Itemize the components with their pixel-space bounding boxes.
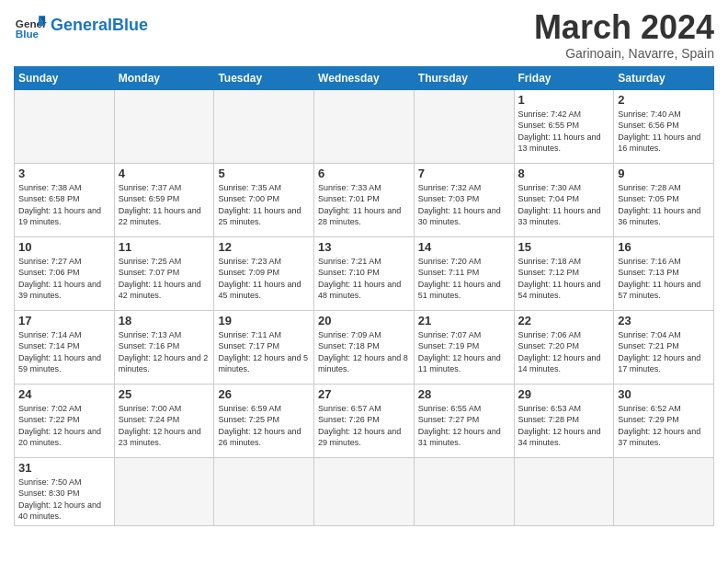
day-number: 4 [119, 167, 210, 180]
calendar-week-row: 17Sunrise: 7:14 AM Sunset: 7:14 PM Dayli… [15, 310, 714, 384]
day-info: Sunrise: 7:11 AM Sunset: 7:17 PM Dayligh… [218, 329, 310, 375]
calendar-day-cell [314, 457, 415, 525]
calendar-day-cell: 13Sunrise: 7:21 AM Sunset: 7:10 PM Dayli… [314, 236, 415, 310]
svg-text:Blue: Blue [16, 28, 40, 40]
day-info: Sunrise: 7:14 AM Sunset: 7:14 PM Dayligh… [18, 329, 110, 375]
day-info: Sunrise: 7:21 AM Sunset: 7:10 PM Dayligh… [318, 256, 410, 302]
calendar-week-row: 10Sunrise: 7:27 AM Sunset: 7:06 PM Dayli… [15, 236, 714, 310]
calendar-day-cell: 25Sunrise: 7:00 AM Sunset: 7:24 PM Dayli… [114, 384, 214, 457]
day-info: Sunrise: 7:09 AM Sunset: 7:18 PM Dayligh… [318, 329, 410, 375]
header-monday: Monday [114, 66, 214, 89]
day-number: 29 [518, 387, 610, 401]
logo: General Blue GeneralBlue [14, 9, 148, 42]
day-number: 6 [318, 167, 410, 180]
calendar-day-cell [414, 89, 514, 163]
calendar-day-cell [214, 89, 314, 163]
calendar-day-cell: 27Sunrise: 6:57 AM Sunset: 7:26 PM Dayli… [314, 384, 415, 457]
header-wednesday: Wednesday [314, 66, 415, 89]
day-number: 25 [119, 387, 210, 401]
day-info: Sunrise: 7:20 AM Sunset: 7:11 PM Dayligh… [418, 256, 510, 302]
day-info: Sunrise: 7:06 AM Sunset: 7:20 PM Dayligh… [518, 329, 610, 375]
day-info: Sunrise: 7:30 AM Sunset: 7:04 PM Dayligh… [518, 182, 610, 228]
day-number: 18 [119, 314, 210, 327]
day-number: 16 [618, 240, 710, 254]
day-info: Sunrise: 7:00 AM Sunset: 7:24 PM Dayligh… [119, 403, 210, 449]
calendar-day-cell: 24Sunrise: 7:02 AM Sunset: 7:22 PM Dayli… [15, 384, 115, 457]
day-number: 11 [119, 240, 210, 254]
calendar-day-cell: 31Sunrise: 7:50 AM Sunset: 8:30 PM Dayli… [15, 457, 115, 525]
day-info: Sunrise: 7:16 AM Sunset: 7:13 PM Dayligh… [618, 256, 710, 302]
day-info: Sunrise: 6:53 AM Sunset: 7:28 PM Dayligh… [518, 403, 610, 449]
day-number: 20 [318, 314, 410, 327]
calendar-day-cell [514, 457, 614, 525]
day-info: Sunrise: 7:40 AM Sunset: 6:56 PM Dayligh… [618, 109, 710, 155]
logo-text: GeneralBlue [51, 17, 148, 35]
header-friday: Friday [514, 66, 614, 89]
calendar-day-cell [214, 457, 314, 525]
calendar-day-cell: 2Sunrise: 7:40 AM Sunset: 6:56 PM Daylig… [614, 89, 714, 163]
day-number: 31 [18, 461, 110, 475]
header-thursday: Thursday [414, 66, 514, 89]
day-info: Sunrise: 6:59 AM Sunset: 7:25 PM Dayligh… [218, 403, 310, 449]
calendar-day-cell: 8Sunrise: 7:30 AM Sunset: 7:04 PM Daylig… [514, 163, 614, 236]
calendar-day-cell [414, 457, 514, 525]
calendar-day-cell: 30Sunrise: 6:52 AM Sunset: 7:29 PM Dayli… [614, 384, 714, 457]
day-number: 7 [418, 167, 510, 180]
day-info: Sunrise: 7:27 AM Sunset: 7:06 PM Dayligh… [18, 256, 110, 302]
day-info: Sunrise: 7:32 AM Sunset: 7:03 PM Dayligh… [418, 182, 510, 228]
day-number: 9 [618, 167, 710, 180]
calendar-week-row: 3Sunrise: 7:38 AM Sunset: 6:58 PM Daylig… [15, 163, 714, 236]
calendar-day-cell: 20Sunrise: 7:09 AM Sunset: 7:18 PM Dayli… [314, 310, 415, 384]
day-number: 27 [318, 387, 410, 401]
header-tuesday: Tuesday [214, 66, 314, 89]
day-number: 30 [618, 387, 710, 401]
calendar-day-cell [15, 89, 115, 163]
calendar-day-cell: 7Sunrise: 7:32 AM Sunset: 7:03 PM Daylig… [414, 163, 514, 236]
calendar-day-cell: 15Sunrise: 7:18 AM Sunset: 7:12 PM Dayli… [514, 236, 614, 310]
title-area: March 2024 Garinoain, Navarre, Spain [534, 9, 714, 61]
day-info: Sunrise: 7:23 AM Sunset: 7:09 PM Dayligh… [218, 256, 310, 302]
day-info: Sunrise: 6:57 AM Sunset: 7:26 PM Dayligh… [318, 403, 410, 449]
day-number: 13 [318, 240, 410, 254]
day-number: 23 [618, 314, 710, 327]
calendar-day-cell: 9Sunrise: 7:28 AM Sunset: 7:05 PM Daylig… [614, 163, 714, 236]
day-info: Sunrise: 7:37 AM Sunset: 6:59 PM Dayligh… [119, 182, 210, 228]
day-info: Sunrise: 7:35 AM Sunset: 7:00 PM Dayligh… [218, 182, 310, 228]
day-info: Sunrise: 7:38 AM Sunset: 6:58 PM Dayligh… [18, 182, 110, 228]
calendar-day-cell: 26Sunrise: 6:59 AM Sunset: 7:25 PM Dayli… [214, 384, 314, 457]
month-title: March 2024 [534, 9, 714, 46]
calendar-table: Sunday Monday Tuesday Wednesday Thursday… [14, 66, 714, 526]
day-info: Sunrise: 7:07 AM Sunset: 7:19 PM Dayligh… [418, 329, 510, 375]
logo-icon: General Blue [14, 9, 47, 42]
calendar-week-row: 24Sunrise: 7:02 AM Sunset: 7:22 PM Dayli… [15, 384, 714, 457]
day-number: 17 [18, 314, 110, 327]
calendar-day-cell [314, 89, 415, 163]
day-number: 24 [18, 387, 110, 401]
day-number: 26 [218, 387, 310, 401]
day-number: 22 [518, 314, 610, 327]
day-number: 15 [518, 240, 610, 254]
calendar-day-cell: 5Sunrise: 7:35 AM Sunset: 7:00 PM Daylig… [214, 163, 314, 236]
day-number: 19 [218, 314, 310, 327]
calendar-day-cell: 6Sunrise: 7:33 AM Sunset: 7:01 PM Daylig… [314, 163, 415, 236]
day-number: 2 [618, 93, 710, 107]
day-info: Sunrise: 7:02 AM Sunset: 7:22 PM Dayligh… [18, 403, 110, 449]
calendar-day-cell: 14Sunrise: 7:20 AM Sunset: 7:11 PM Dayli… [414, 236, 514, 310]
day-info: Sunrise: 7:18 AM Sunset: 7:12 PM Dayligh… [518, 256, 610, 302]
calendar-day-cell: 23Sunrise: 7:04 AM Sunset: 7:21 PM Dayli… [614, 310, 714, 384]
day-number: 5 [218, 167, 310, 180]
calendar-day-cell: 28Sunrise: 6:55 AM Sunset: 7:27 PM Dayli… [414, 384, 514, 457]
calendar-week-row: 1Sunrise: 7:42 AM Sunset: 6:55 PM Daylig… [15, 89, 714, 163]
day-info: Sunrise: 7:50 AM Sunset: 8:30 PM Dayligh… [18, 477, 110, 523]
day-info: Sunrise: 7:04 AM Sunset: 7:21 PM Dayligh… [618, 329, 710, 375]
calendar-day-cell: 16Sunrise: 7:16 AM Sunset: 7:13 PM Dayli… [614, 236, 714, 310]
calendar-day-cell [114, 457, 214, 525]
day-info: Sunrise: 7:33 AM Sunset: 7:01 PM Dayligh… [318, 182, 410, 228]
day-info: Sunrise: 6:52 AM Sunset: 7:29 PM Dayligh… [618, 403, 710, 449]
calendar-week-row: 31Sunrise: 7:50 AM Sunset: 8:30 PM Dayli… [15, 457, 714, 525]
day-number: 14 [418, 240, 510, 254]
location-subtitle: Garinoain, Navarre, Spain [534, 46, 714, 61]
day-info: Sunrise: 7:25 AM Sunset: 7:07 PM Dayligh… [119, 256, 210, 302]
day-number: 3 [18, 167, 110, 180]
calendar-day-cell: 29Sunrise: 6:53 AM Sunset: 7:28 PM Dayli… [514, 384, 614, 457]
